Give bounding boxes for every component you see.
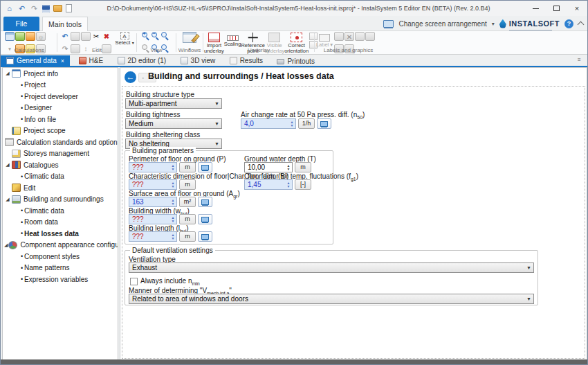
- building-length-unit[interactable]: m: [179, 231, 196, 242]
- building-tightness-select[interactable]: Medium: [125, 118, 222, 129]
- expand-icon[interactable]: ◢: [3, 197, 11, 202]
- corr-factor-input[interactable]: 1,45▲▼: [244, 179, 293, 190]
- tree-item-project[interactable]: •Project: [3, 80, 118, 91]
- calc-option-icon[interactable]: [15, 32, 25, 41]
- windows-icon[interactable]: [183, 32, 196, 43]
- building-width-input[interactable]: ???▲▼: [129, 214, 177, 224]
- home-icon[interactable]: ⌂: [5, 4, 14, 12]
- spinner-buttons[interactable]: ▲▼: [170, 215, 176, 224]
- air-change-pick-button[interactable]: [317, 118, 331, 129]
- ground-water-depth-input[interactable]: 10,00▲▼: [244, 162, 293, 172]
- file-tab[interactable]: File: [3, 17, 39, 31]
- expand-icon[interactable]: ◢: [3, 71, 11, 76]
- tree-item-edit[interactable]: Edit: [3, 182, 118, 194]
- tree-item-building-surroundings[interactable]: ◢Building and surroundings: [3, 194, 118, 206]
- tab-3d-view[interactable]: 3D view: [175, 55, 221, 66]
- redo-icon[interactable]: ↷: [30, 4, 39, 12]
- tree-item-heat-losses-data[interactable]: •Heat losses data: [3, 228, 118, 240]
- always-include-nmin-checkbox[interactable]: Always include nmin: [130, 277, 200, 286]
- building-width-pick-button[interactable]: [198, 214, 212, 224]
- tree-item-catalogues[interactable]: ◢Catalogues: [3, 159, 118, 171]
- help-icon[interactable]: ?: [564, 19, 573, 28]
- surface-area-unit[interactable]: m²: [179, 197, 196, 207]
- back-button[interactable]: ←: [125, 71, 136, 83]
- cut-icon[interactable]: ✂: [91, 32, 101, 41]
- undo-icon[interactable]: ↶: [17, 4, 26, 12]
- building-structure-type-select[interactable]: Multi-apartment: [125, 98, 222, 109]
- copy-icon[interactable]: [71, 32, 80, 41]
- ventilation-type-select[interactable]: Exhaust: [129, 262, 534, 273]
- paste-icon[interactable]: [81, 32, 91, 41]
- building-width-unit[interactable]: m: [179, 214, 196, 224]
- tree-item-project-developer[interactable]: •Project developer: [3, 91, 118, 103]
- expand-icon[interactable]: ◢: [3, 242, 8, 248]
- graphic-x-icon[interactable]: ✕: [344, 32, 354, 41]
- change-screen-arrangement-button[interactable]: Change screen arrangement: [398, 20, 486, 28]
- tab-he[interactable]: H&E: [73, 55, 109, 66]
- tab-overflow-button[interactable]: ≡: [578, 57, 585, 63]
- air-change-rate-unit[interactable]: 1/h: [298, 118, 315, 129]
- save-icon[interactable]: [42, 5, 50, 12]
- tab-general-data[interactable]: General data×: [1, 55, 70, 66]
- table-icon[interactable]: [365, 32, 375, 41]
- collapse-ribbon-icon[interactable]: [578, 21, 585, 28]
- calculate-icon[interactable]: [5, 32, 15, 41]
- tab-printouts[interactable]: Printouts: [271, 55, 320, 66]
- tree-item-climatic-data[interactable]: •Climatic data: [3, 171, 118, 183]
- tree-item-component-styles[interactable]: •Component styles: [3, 251, 118, 262]
- calc-results-icon[interactable]: [26, 32, 35, 41]
- tree-item-designer[interactable]: •Designer: [3, 103, 118, 114]
- tree-item-storeys-management[interactable]: Storeys management: [3, 148, 118, 160]
- tree-item-project-info[interactable]: ◢Project info: [3, 68, 118, 80]
- surface-area-input[interactable]: 163▲▼: [129, 197, 177, 207]
- maximize-button[interactable]: [546, 1, 567, 16]
- spinner-buttons[interactable]: ▲▼: [286, 163, 291, 172]
- open-folder-icon[interactable]: [53, 5, 62, 12]
- tree-item-calculation-standards[interactable]: Calculation standards and options: [3, 136, 118, 148]
- zoom-in-icon[interactable]: +: [140, 32, 149, 41]
- char-dimension-input[interactable]: ???▲▼: [129, 179, 177, 190]
- tree-item-room-data[interactable]: •Room data: [3, 217, 118, 229]
- chevron-down-icon[interactable]: ▾: [492, 21, 495, 27]
- zoom-out-icon[interactable]: −: [150, 32, 159, 41]
- spinner-buttons[interactable]: ▲▼: [170, 163, 176, 172]
- char-dimension-unit[interactable]: m: [179, 179, 196, 190]
- checkbox-icon[interactable]: [130, 278, 138, 285]
- spinner-buttons[interactable]: ▲▼: [170, 180, 176, 189]
- tab-results[interactable]: Results: [224, 55, 268, 66]
- callout-icon[interactable]: [334, 32, 344, 41]
- document-tab-bar: General data× H&E 2D editor (1) 3D view …: [1, 55, 587, 67]
- tree-item-project-scope[interactable]: Project scope: [3, 125, 118, 137]
- building-length-input[interactable]: ???▲▼: [129, 231, 177, 242]
- perimeter-pick-button[interactable]: [198, 162, 212, 172]
- undo-icon[interactable]: ↶: [60, 32, 70, 41]
- main-tools-tab[interactable]: Main tools: [42, 17, 88, 31]
- surface-area-pick-button[interactable]: [198, 197, 212, 207]
- delete-icon[interactable]: ✖: [102, 32, 111, 41]
- close-button[interactable]: ×: [567, 1, 587, 16]
- perimeter-input[interactable]: ???▲▼: [129, 162, 177, 172]
- spinner-buttons[interactable]: ▲▼: [170, 232, 176, 241]
- spinner-buttons[interactable]: ▲▼: [170, 197, 176, 206]
- legend-icon[interactable]: [355, 32, 365, 41]
- zoom-previous-icon[interactable]: [160, 32, 169, 41]
- tree-item-climatic-data-2[interactable]: •Climatic data: [3, 205, 118, 217]
- ground-water-depth-unit[interactable]: m: [295, 162, 311, 172]
- spinner-buttons[interactable]: ▲▼: [286, 180, 291, 189]
- tab-2d-editor[interactable]: 2D editor (1): [112, 55, 172, 66]
- close-tab-icon[interactable]: ×: [61, 57, 64, 64]
- air-change-rate-input[interactable]: 4,0▲▼: [241, 118, 296, 129]
- expand-icon[interactable]: ◢: [3, 162, 11, 168]
- corr-factor-unit[interactable]: [-]: [295, 179, 311, 190]
- minimize-button[interactable]: [525, 1, 546, 16]
- new-file-icon[interactable]: [66, 4, 72, 12]
- tree-item-expression-variables[interactable]: •Expression variables: [3, 274, 118, 285]
- building-length-pick-button[interactable]: [198, 231, 212, 242]
- tree-item-info-on-file[interactable]: •Info on file: [3, 114, 118, 125]
- tree-item-component-appearance[interactable]: ◢Component appearance configuration: [3, 240, 118, 251]
- manner-of-determining-select[interactable]: Related to area of windows and doors: [129, 294, 534, 304]
- perimeter-unit[interactable]: m: [179, 162, 196, 172]
- calc-settings-icon[interactable]: ☼: [36, 32, 46, 41]
- tree-item-name-patterns[interactable]: •Name patterns: [3, 262, 118, 274]
- spinner-buttons[interactable]: ▲▼: [289, 119, 295, 128]
